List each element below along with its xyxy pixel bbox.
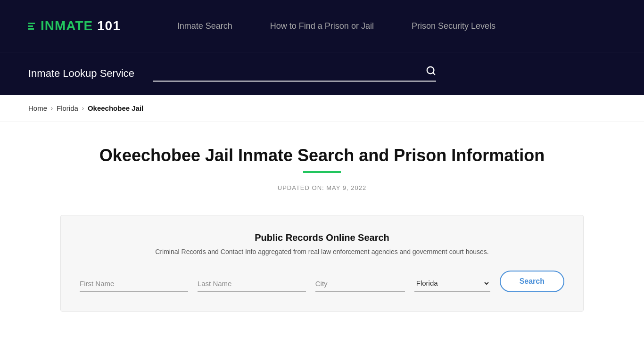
search-card: Public Records Online Search Criminal Re… bbox=[60, 215, 584, 312]
logo-bars-icon bbox=[28, 23, 35, 30]
last-name-input[interactable] bbox=[198, 276, 306, 292]
nav-how-to-find[interactable]: How to Find a Prison or Jail bbox=[270, 21, 374, 31]
breadcrumb: Home › Florida › Okeechobee Jail bbox=[28, 104, 616, 112]
top-navigation: INMATE 101 Inmate Search How to Find a P… bbox=[0, 0, 644, 52]
state-select[interactable]: AlabamaAlaskaArizonaArkansasCaliforniaCo… bbox=[414, 275, 490, 292]
card-subtitle: Criminal Records and Contact Info aggreg… bbox=[80, 248, 564, 255]
logo-101: 101 bbox=[93, 18, 121, 33]
first-name-field bbox=[80, 276, 188, 292]
main-content: Okeechobee Jail Inmate Search and Prison… bbox=[0, 122, 644, 330]
last-name-field bbox=[198, 276, 306, 292]
breadcrumb-chevron-1: › bbox=[51, 105, 53, 112]
city-field bbox=[315, 276, 405, 292]
header-search-button[interactable] bbox=[426, 66, 436, 79]
nav-inmate-search[interactable]: Inmate Search bbox=[177, 21, 232, 31]
search-input-wrapper bbox=[153, 66, 436, 82]
logo-text: INMATE 101 bbox=[41, 18, 121, 33]
updated-text: UPDATED ON: MAY 9, 2022 bbox=[28, 184, 616, 191]
nav-links-container: Inmate Search How to Find a Prison or Ja… bbox=[177, 21, 495, 31]
logo-link[interactable]: INMATE 101 bbox=[28, 18, 121, 33]
header-search-input[interactable] bbox=[153, 67, 422, 77]
search-form: AlabamaAlaskaArizonaArkansasCaliforniaCo… bbox=[80, 271, 564, 292]
card-title: Public Records Online Search bbox=[80, 232, 564, 243]
breadcrumb-florida[interactable]: Florida bbox=[57, 104, 78, 112]
breadcrumb-chevron-2: › bbox=[82, 105, 84, 112]
nav-security-levels[interactable]: Prison Security Levels bbox=[412, 21, 495, 31]
first-name-input[interactable] bbox=[80, 276, 188, 292]
breadcrumb-section: Home › Florida › Okeechobee Jail bbox=[0, 95, 644, 122]
search-bar-label: Inmate Lookup Service bbox=[28, 67, 134, 80]
search-button[interactable]: Search bbox=[500, 271, 564, 292]
breadcrumb-home[interactable]: Home bbox=[28, 104, 47, 112]
state-field: AlabamaAlaskaArizonaArkansasCaliforniaCo… bbox=[414, 275, 490, 292]
svg-line-1 bbox=[433, 73, 435, 74]
logo-inmate: INMATE bbox=[41, 18, 93, 33]
city-input[interactable] bbox=[315, 276, 405, 292]
title-underline bbox=[303, 171, 341, 173]
search-icon bbox=[426, 66, 436, 76]
breadcrumb-current: Okeechobee Jail bbox=[88, 104, 143, 112]
page-title: Okeechobee Jail Inmate Search and Prison… bbox=[28, 146, 616, 165]
search-bar-section: Inmate Lookup Service bbox=[0, 52, 644, 95]
